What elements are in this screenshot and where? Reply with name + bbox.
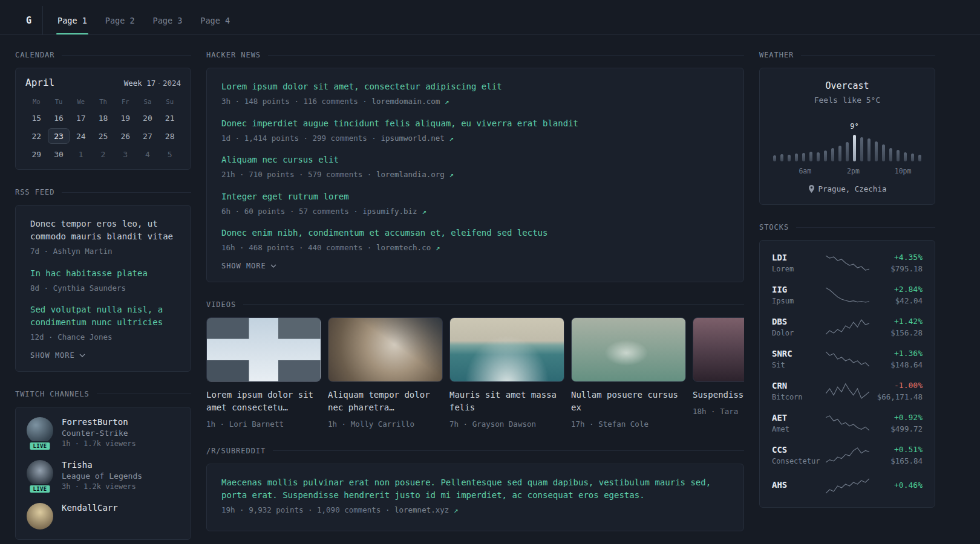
stock-row[interactable]: AHS +0.46% [772,477,923,495]
stock-sparkline [826,477,869,495]
video-title: Aliquam tempor dolor nec pharetra… [328,389,443,414]
location-pin-icon [808,185,815,193]
rss-item-title[interactable]: Sed volutpat nulla nisl, a condimentum n… [30,303,176,329]
tab-page-3[interactable]: Page 3 [152,6,184,34]
hn-item-title[interactable]: Integer eget rutrum lorem [221,190,729,203]
hn-item-meta: 3h · 148 points · 116 comments · [221,97,367,106]
videos-section-label: VIDEOS [206,300,236,309]
page-tabs: Page 1 Page 2 Page 3 Page 4 [43,6,231,34]
videos-widget: VIDEOS Lorem ipsum dolor sit amet consec… [206,300,744,429]
stock-price: $156.28 [869,328,923,337]
stock-name: Dolor [772,329,826,337]
video-thumbnail [206,317,321,382]
calendar-date: 26 [114,128,137,144]
stock-row[interactable]: CCSConsectetur +0.51%$165.84 [772,445,923,465]
rss-item-title[interactable]: Donec tempor eros leo, ut commodo mauris… [30,218,176,243]
calendar-date: 22 [25,128,48,144]
calendar-week-info: Week 17·2024 [124,79,181,88]
top-bar: G Page 1 Page 2 Page 3 Page 4 [0,6,980,35]
stock-price: $499.72 [869,424,923,433]
external-link-icon: ↗ [422,207,426,216]
hn-show-more-button[interactable]: SHOW MORE [221,262,276,270]
rss-item: In hac habitasse platea 8d · Cynthia Sau… [30,267,176,294]
hn-item-meta: 1d · 1,414 points · 299 comments · [221,134,376,143]
stock-row[interactable]: IIGIpsum +2.84%$42.04 [772,285,923,305]
hn-item-domain-link[interactable]: loremdomain.com [371,97,440,106]
channel-name: Trisha [62,460,142,470]
stock-row[interactable]: LDILorem +4.35%$795.18 [772,253,923,273]
rss-widget: RSS FEED Donec tempor eros leo, ut commo… [15,188,191,372]
calendar-date: 25 [92,128,114,144]
channel-name: ForrestBurton [62,417,136,427]
hn-item-title[interactable]: Donec imperdiet augue tincidunt felis al… [221,117,729,130]
calendar-section-title: CALENDAR [15,51,191,59]
channel-category: Counter-Strike [62,429,136,438]
stock-symbol: CRN [772,381,826,390]
stocks-section-label: STOCKS [759,223,789,232]
calendar-date: 18 [92,110,114,126]
twitch-channel[interactable]: LIVE Trisha League of Legends 3h · 1.2k … [27,460,180,491]
calendar-date: 30 [48,146,70,162]
calendar-week-label: Week 17 [124,79,156,88]
channel-category: League of Legends [62,471,142,481]
videos-section-title: VIDEOS [206,300,744,309]
hn-item-domain-link[interactable]: ipsumify.biz [362,207,417,216]
hn-item-domain-link[interactable]: loremtech.co [376,243,431,252]
stock-symbol: LDI [772,253,826,262]
stocks-widget: STOCKS LDILorem +4.35%$795.18 IIGIpsum +… [759,223,935,508]
video-thumbnail [693,317,744,382]
twitch-channel[interactable]: LIVE ForrestBurton Counter-Strike 1h · 1… [27,417,180,448]
hacker-news-card: Lorem ipsum dolor sit amet, consectetur … [206,68,744,282]
twitch-channel[interactable]: KendallCarr [27,503,180,529]
stock-row[interactable]: DBSDolor +1.42%$156.28 [772,317,923,337]
left-column: CALENDAR April Week 17·2024 MoTuWeThFrSa… [15,51,191,544]
hn-item-title[interactable]: Aliquam nec cursus elit [221,154,729,166]
hn-item-title[interactable]: Lorem ipsum dolor sit amet, consectetur … [221,80,729,93]
calendar-date-selected: 23 [48,128,70,144]
video-thumbnail [328,317,443,382]
video-card[interactable]: Lorem ipsum dolor sit amet consectetu… 1… [206,317,321,429]
external-link-icon: ↗ [449,134,454,143]
tab-page-4[interactable]: Page 4 [199,6,231,34]
app-logo[interactable]: G [15,6,43,34]
video-meta: 1h · Lori Barnett [206,419,321,429]
stock-row[interactable]: SNRCSit +1.36%$148.64 [772,349,923,369]
stock-row[interactable]: CRNBitcorn -1.00%$66,171.48 [772,381,923,401]
video-card[interactable]: Mauris sit amet massa felis 7h · Grayson… [449,317,564,429]
twitch-section-title: TWITCH CHANNELS [15,390,191,398]
weather-time-axis: 6am 2pm 10pm [772,167,923,176]
stock-change: +0.46% [869,481,923,490]
video-meta: 1h · Molly Carrillo [328,419,443,429]
stock-price: $42.04 [869,296,923,305]
hn-item-meta: 6h · 60 points · 57 comments · [221,207,358,216]
stocks-section-title: STOCKS [759,223,935,232]
hn-item-domain-link[interactable]: loremlandia.org [376,170,445,179]
dashboard-content: CALENDAR April Week 17·2024 MoTuWeThFrSa… [0,35,980,544]
video-card[interactable]: Aliquam tempor dolor nec pharetra… 1h · … [328,317,443,429]
calendar-month: April [25,77,54,88]
hn-item-title[interactable]: Donec enim nibh, condimentum et accumsan… [221,227,729,239]
external-link-icon: ↗ [449,170,454,179]
hn-item-domain-link[interactable]: ipsumworld.net [381,134,444,143]
hacker-news-widget: HACKER NEWS Lorem ipsum dolor sit amet, … [206,51,744,282]
tab-page-1[interactable]: Page 1 [56,6,88,34]
video-card[interactable]: Suspendisse diam 18h · Tara [693,317,744,429]
calendar-card: April Week 17·2024 MoTuWeThFrSaSu 151617… [15,68,191,170]
stock-row[interactable]: AETAmet +0.92%$499.72 [772,413,923,433]
calendar-date-next-month: 3 [114,146,137,162]
video-title: Suspendisse diam [693,389,744,401]
calendar-widget: CALENDAR April Week 17·2024 MoTuWeThFrSa… [15,51,191,170]
tab-page-2[interactable]: Page 2 [104,6,136,34]
calendar-date: 16 [48,110,70,126]
stock-symbol: DBS [772,317,826,326]
channel-avatar [27,503,53,529]
rss-show-more-button[interactable]: SHOW MORE [30,351,85,360]
subreddit-post-domain-link[interactable]: loremnet.xyz [394,505,449,514]
live-badge: LIVE [28,441,51,451]
rss-item-title[interactable]: In hac habitasse platea [30,267,176,280]
subreddit-post-title[interactable]: Maecenas mollis pulvinar erat non posuer… [221,476,729,502]
stock-sparkline [826,254,869,272]
weather-location: Prague, Czechia [772,184,923,193]
video-card[interactable]: Nullam posuere cursus ex 17h · Stefan Co… [571,317,686,429]
calendar-year: 2024 [163,79,181,88]
